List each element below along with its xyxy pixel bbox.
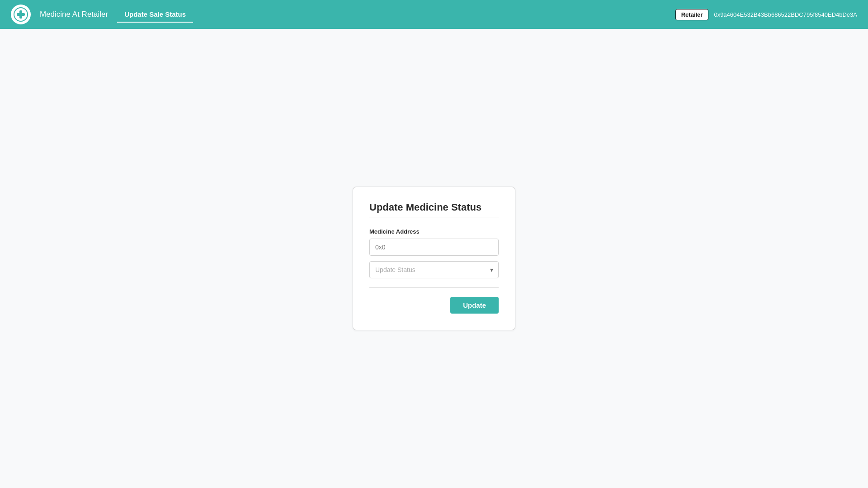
- card-footer: Update: [369, 297, 499, 314]
- navbar-right: Retailer 0x9a4604E532B43Bb686522BDC795f8…: [675, 9, 857, 20]
- nav-update-sale-status[interactable]: Update Sale Status: [117, 7, 193, 23]
- navbar-left: Medicine At Retailer Update Sale Status: [11, 5, 193, 24]
- update-medicine-status-card: Update Medicine Status Medicine Address …: [353, 187, 515, 330]
- app-logo: [11, 5, 31, 24]
- navbar-nav: Update Sale Status: [117, 7, 193, 23]
- update-status-select[interactable]: Update Status Available Sold Expired: [369, 261, 499, 278]
- update-status-wrapper: Update Status Available Sold Expired ▾: [369, 261, 499, 278]
- medicine-address-label: Medicine Address: [369, 228, 499, 235]
- navbar-brand: Medicine At Retailer: [40, 10, 108, 19]
- wallet-address: 0x9a4604E532B43Bb686522BDC795f8540ED4bDe…: [714, 11, 857, 18]
- card-title: Update Medicine Status: [369, 202, 499, 213]
- card-bottom-divider: [369, 287, 499, 288]
- main-content: Update Medicine Status Medicine Address …: [0, 29, 868, 488]
- update-button[interactable]: Update: [450, 297, 499, 314]
- retailer-badge: Retailer: [675, 9, 709, 20]
- svg-rect-2: [17, 13, 25, 16]
- card-title-divider: [369, 217, 499, 217]
- navbar: Medicine At Retailer Update Sale Status …: [0, 0, 868, 29]
- medicine-address-input[interactable]: [369, 239, 499, 256]
